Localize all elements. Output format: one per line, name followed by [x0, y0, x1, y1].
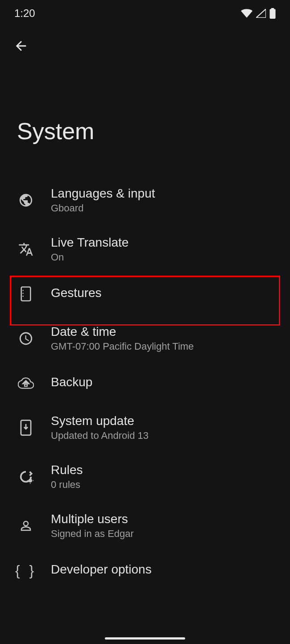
settings-item-gestures[interactable]: Gestures — [0, 274, 290, 314]
item-subtitle: Updated to Android 13 — [51, 430, 273, 442]
page-title: System — [0, 64, 290, 176]
item-subtitle: On — [51, 252, 273, 263]
svg-point-5 — [22, 293, 24, 294]
settings-list: Languages & input Gboard Live Translate … — [0, 176, 290, 590]
gestures-icon — [17, 285, 35, 303]
braces-icon: { } — [17, 561, 35, 579]
item-subtitle: 0 rules — [51, 479, 273, 491]
rules-icon — [17, 468, 35, 486]
item-title: Multiple users — [51, 512, 273, 526]
signal-icon: ! — [256, 9, 266, 18]
cloud-upload-icon — [17, 374, 35, 392]
item-title: Languages & input — [51, 186, 273, 201]
svg-rect-3 — [21, 287, 31, 301]
wifi-icon — [241, 9, 253, 18]
item-text: Languages & input Gboard — [51, 186, 273, 214]
item-title: Developer options — [51, 562, 273, 577]
settings-item-rules[interactable]: Rules 0 rules — [0, 452, 290, 501]
settings-item-developer[interactable]: { } Developer options — [0, 550, 290, 590]
svg-text:!: ! — [262, 12, 264, 18]
item-subtitle: Signed in as Edgar — [51, 528, 273, 540]
svg-point-6 — [22, 296, 24, 297]
arrow-back-icon — [13, 38, 29, 54]
settings-item-update[interactable]: System update Updated to Android 13 — [0, 403, 290, 452]
settings-item-translate[interactable]: Live Translate On — [0, 225, 290, 274]
item-text: Rules 0 rules — [51, 463, 273, 491]
battery-icon — [269, 8, 276, 19]
item-subtitle: Gboard — [51, 202, 273, 214]
person-icon — [17, 517, 35, 535]
settings-item-users[interactable]: Multiple users Signed in as Edgar — [0, 501, 290, 550]
status-icons: ! — [241, 8, 276, 19]
item-subtitle: GMT-07:00 Pacific Daylight Time — [51, 341, 273, 352]
status-bar: 1:20 ! — [0, 0, 290, 27]
item-text: Gestures — [51, 286, 273, 302]
item-title: System update — [51, 414, 273, 428]
item-text: Multiple users Signed in as Edgar — [51, 512, 273, 540]
item-text: System update Updated to Android 13 — [51, 414, 273, 442]
navigation-handle[interactable] — [105, 637, 185, 640]
item-title: Date & time — [51, 325, 273, 339]
clock-icon — [17, 330, 35, 347]
settings-item-datetime[interactable]: Date & time GMT-07:00 Pacific Daylight T… — [0, 314, 290, 363]
item-title: Gestures — [51, 286, 273, 300]
system-update-icon — [17, 419, 35, 437]
status-time: 1:20 — [14, 7, 35, 20]
svg-rect-2 — [271, 8, 274, 9]
svg-point-4 — [22, 290, 24, 291]
item-title: Backup — [51, 375, 273, 389]
item-text: Live Translate On — [51, 235, 273, 263]
globe-icon — [17, 191, 35, 209]
translate-icon — [17, 240, 35, 258]
item-text: Developer options — [51, 562, 273, 578]
svg-point-8 — [29, 479, 33, 483]
settings-item-languages[interactable]: Languages & input Gboard — [0, 176, 290, 225]
back-button[interactable] — [0, 27, 290, 64]
item-text: Date & time GMT-07:00 Pacific Daylight T… — [51, 325, 273, 352]
item-title: Live Translate — [51, 235, 273, 250]
item-title: Rules — [51, 463, 273, 477]
item-text: Backup — [51, 375, 273, 391]
svg-rect-1 — [269, 9, 275, 19]
settings-item-backup[interactable]: Backup — [0, 363, 290, 403]
